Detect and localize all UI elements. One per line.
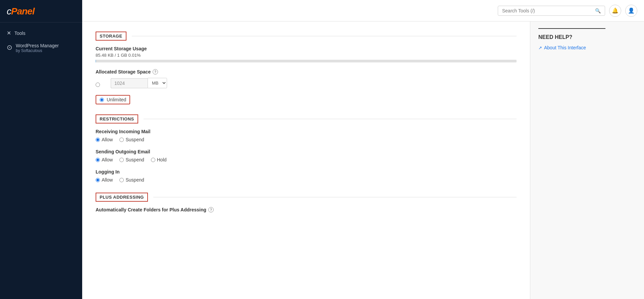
storage-title: STORAGE xyxy=(96,32,126,41)
auto-create-folders-label: Automatically Create Folders for Plus Ad… xyxy=(96,207,517,212)
current-storage-value: 85.48 KB / 1 GB 0.01% xyxy=(96,53,517,58)
sidebar-item-tools[interactable]: ✕ Tools xyxy=(0,27,82,40)
user-icon: 👤 xyxy=(628,7,635,14)
sidebar-item-wordpress-manager[interactable]: ⊙ WordPress Manager by Softaculous xyxy=(0,40,82,56)
outgoing-email-label: Sending Outgoing Email xyxy=(96,149,517,154)
incoming-mail-allow-label[interactable]: Allow xyxy=(96,137,113,142)
about-interface-link[interactable]: ↗ About This Interface xyxy=(538,45,636,50)
right-panel-divider xyxy=(538,28,605,29)
storage-size-input-group: MB GB xyxy=(111,78,167,88)
storage-progress-track xyxy=(96,60,517,62)
plus-addressing-help-icon[interactable]: ? xyxy=(208,207,214,212)
storage-section-header: STORAGE xyxy=(96,32,517,41)
storage-unlimited-label[interactable]: Unlimited xyxy=(107,97,126,102)
restrictions-divider xyxy=(144,119,517,119)
header: 🔍 🔔 👤 xyxy=(82,0,644,21)
incoming-mail-options: Allow Suspend xyxy=(96,137,517,142)
outgoing-email-allow-label[interactable]: Allow xyxy=(96,157,113,162)
restrictions-section-header: RESTRICTIONS xyxy=(96,114,517,123)
storage-size-radio-row: MB GB xyxy=(96,78,517,92)
sidebar-item-tools-label: Tools xyxy=(14,31,25,36)
search-bar[interactable]: 🔍 xyxy=(498,6,605,16)
allocated-help-icon[interactable]: ? xyxy=(153,69,158,74)
need-help-title: NEED HELP? xyxy=(538,34,636,40)
outgoing-email-suspend-radio[interactable] xyxy=(119,158,124,162)
restrictions-section: RESTRICTIONS Receiving Incoming Mail All… xyxy=(96,114,517,183)
sidebar-navigation: ✕ Tools ⊙ WordPress Manager by Softaculo… xyxy=(0,22,82,60)
external-link-icon: ↗ xyxy=(538,45,542,50)
main-content: STORAGE Current Storage Usage 85.48 KB /… xyxy=(82,21,530,299)
outgoing-email-allow-radio[interactable] xyxy=(96,158,100,162)
logging-in-allow-label[interactable]: Allow xyxy=(96,177,113,183)
tools-icon: ✕ xyxy=(7,30,11,36)
right-panel: NEED HELP? ↗ About This Interface xyxy=(530,21,644,299)
logging-in-options: Allow Suspend xyxy=(96,177,517,183)
storage-unit-select[interactable]: MB GB xyxy=(148,78,167,88)
outgoing-email-hold-radio[interactable] xyxy=(151,158,155,162)
wordpress-manager-label: WordPress Manager xyxy=(16,43,59,48)
incoming-mail-allow-radio[interactable] xyxy=(96,138,100,142)
main-wrapper: 🔍 🔔 👤 STORAGE Current Storage Usage 85.4… xyxy=(82,0,644,299)
outgoing-email-hold-label[interactable]: Hold xyxy=(151,157,167,162)
wordpress-manager-sublabel: by Softaculous xyxy=(16,48,59,53)
incoming-mail-suspend-radio[interactable] xyxy=(119,138,124,142)
outgoing-email-suspend-label[interactable]: Suspend xyxy=(119,157,144,162)
cpanel-logo: cPanel xyxy=(7,6,75,17)
restriction-item-incoming-mail: Receiving Incoming Mail Allow Suspend xyxy=(96,129,517,142)
content-area: STORAGE Current Storage Usage 85.48 KB /… xyxy=(82,21,644,299)
sidebar-logo: cPanel xyxy=(0,0,82,22)
storage-size-radio[interactable] xyxy=(96,83,100,87)
notifications-button[interactable]: 🔔 xyxy=(609,5,621,17)
search-icon: 🔍 xyxy=(595,8,601,13)
incoming-mail-suspend-label[interactable]: Suspend xyxy=(119,137,144,142)
sidebar: cPanel ✕ Tools ⊙ WordPress Manager by So… xyxy=(0,0,82,299)
restriction-item-outgoing-email: Sending Outgoing Email Allow Suspend xyxy=(96,149,517,162)
storage-unlimited-radio[interactable] xyxy=(100,98,104,102)
logging-in-suspend-label[interactable]: Suspend xyxy=(119,177,144,183)
incoming-mail-label: Receiving Incoming Mail xyxy=(96,129,517,134)
storage-size-input[interactable] xyxy=(111,78,148,88)
storage-divider xyxy=(132,36,517,36)
wordpress-text: WordPress Manager by Softaculous xyxy=(16,43,59,53)
plus-addressing-section-header: PLUS ADDRESSING xyxy=(96,193,517,202)
restrictions-title: RESTRICTIONS xyxy=(96,114,138,123)
logging-in-suspend-radio[interactable] xyxy=(119,178,124,182)
user-menu-button[interactable]: 👤 xyxy=(625,5,637,17)
storage-progress-fill xyxy=(96,60,96,62)
current-storage-label: Current Storage Usage xyxy=(96,46,517,51)
search-input[interactable] xyxy=(502,8,592,13)
logging-in-label: Logging In xyxy=(96,169,517,175)
outgoing-email-options: Allow Suspend Hold xyxy=(96,157,517,162)
restriction-item-logging-in: Logging In Allow Suspend xyxy=(96,169,517,183)
bell-icon: 🔔 xyxy=(612,7,619,14)
storage-unlimited-radio-wrapper: Unlimited xyxy=(96,95,130,104)
logging-in-allow-radio[interactable] xyxy=(96,178,100,182)
plus-addressing-section: PLUS ADDRESSING Automatically Create Fol… xyxy=(96,193,517,212)
plus-addressing-divider xyxy=(153,197,517,197)
allocated-storage-label: Allocated Storage Space ? xyxy=(96,69,517,74)
storage-section: STORAGE Current Storage Usage 85.48 KB /… xyxy=(96,32,517,104)
wordpress-icon: ⊙ xyxy=(7,43,12,51)
plus-addressing-title: PLUS ADDRESSING xyxy=(96,193,148,202)
